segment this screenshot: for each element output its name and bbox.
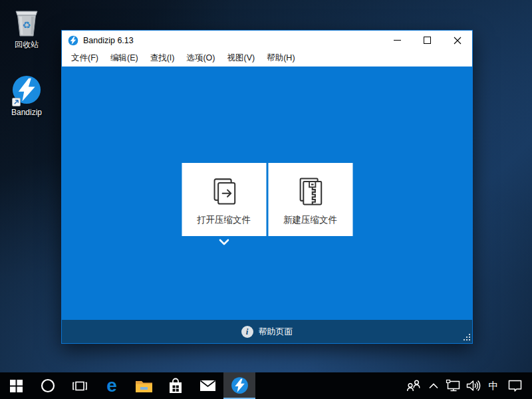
info-icon: i	[241, 326, 253, 338]
resize-grip[interactable]	[462, 333, 471, 342]
window-title: Bandizip 6.13	[83, 36, 382, 45]
minimize-icon	[394, 37, 401, 44]
help-bar-label: 帮助页面	[259, 326, 293, 338]
action-button-label: 打开压缩文件	[197, 214, 251, 226]
desktop-icon-label: Bandizip	[1, 108, 53, 117]
task-view-button[interactable]	[64, 372, 96, 399]
edge-button[interactable]: e	[96, 372, 128, 399]
show-hidden-icons-button[interactable]	[424, 372, 443, 399]
start-button[interactable]	[0, 372, 32, 399]
system-tray: 中	[403, 372, 532, 399]
minimize-button[interactable]	[382, 31, 412, 50]
cortana-circle-icon	[41, 378, 55, 393]
svg-text:e: e	[106, 376, 117, 395]
action-button-row: 打开压缩文件 新建压缩文件	[182, 163, 352, 236]
svg-text:♻: ♻	[22, 19, 31, 31]
action-center-button[interactable]	[503, 372, 527, 399]
menu-file[interactable]: 文件(F)	[65, 51, 104, 66]
people-button[interactable]	[403, 372, 424, 399]
maximize-button[interactable]	[412, 31, 442, 50]
taskbar: e	[0, 372, 532, 399]
menu-help[interactable]: 帮助(H)	[261, 51, 301, 66]
windows-logo-icon	[10, 380, 23, 392]
desktop-icon-bandizip[interactable]: Bandizip	[1, 73, 53, 117]
desktop-icon-recycle-bin[interactable]: ♻ 回收站	[1, 5, 53, 49]
open-archive-button[interactable]: 打开压缩文件	[182, 163, 266, 236]
menu-options[interactable]: 选项(O)	[180, 51, 221, 66]
volume-icon	[466, 379, 481, 392]
menu-view[interactable]: 视图(V)	[221, 51, 261, 66]
task-view-icon	[72, 380, 88, 392]
action-center-icon	[507, 379, 523, 392]
close-icon	[454, 37, 462, 45]
bandizip-logo-icon	[68, 35, 78, 46]
bandizip-logo-icon	[231, 376, 249, 394]
people-icon	[406, 379, 422, 392]
edge-icon: e	[102, 376, 121, 395]
menu-edit[interactable]: 编辑(E)	[104, 51, 144, 66]
file-explorer-button[interactable]	[128, 372, 160, 399]
taskbar-left: e	[0, 372, 255, 399]
shortcut-arrow-icon	[12, 98, 21, 106]
chevron-down-icon[interactable]	[218, 239, 229, 245]
folder-icon	[135, 379, 153, 393]
open-archive-icon	[207, 174, 241, 208]
network-button[interactable]	[443, 372, 463, 399]
main-content: 打开压缩文件 新建压缩文件	[62, 66, 472, 320]
close-button[interactable]	[442, 31, 472, 50]
action-button-label: 新建压缩文件	[283, 214, 337, 226]
recycle-bin-icon: ♻	[1, 5, 53, 37]
ime-indicator[interactable]: 中	[484, 372, 503, 399]
mail-envelope-icon	[200, 380, 216, 392]
maximize-icon	[424, 37, 431, 44]
menu-find[interactable]: 查找(I)	[144, 51, 181, 66]
store-button[interactable]	[160, 372, 192, 399]
chevron-up-icon	[428, 382, 439, 389]
help-bar[interactable]: i 帮助页面	[62, 320, 472, 343]
bandizip-logo-icon	[1, 73, 53, 105]
volume-button[interactable]	[463, 372, 484, 399]
new-archive-icon	[293, 174, 328, 208]
bandizip-taskbar-button[interactable]	[223, 372, 255, 399]
mail-button[interactable]	[192, 372, 223, 399]
title-bar[interactable]: Bandizip 6.13	[62, 31, 472, 50]
store-bag-icon	[168, 378, 184, 394]
cortana-button[interactable]	[32, 372, 64, 399]
network-icon	[446, 379, 461, 392]
menu-bar: 文件(F) 编辑(E) 查找(I) 选项(O) 视图(V) 帮助(H)	[62, 50, 472, 66]
new-archive-button[interactable]: 新建压缩文件	[268, 163, 352, 236]
bandizip-window: Bandizip 6.13 文件(F) 编辑(E) 查找(I) 选项(O) 视图…	[61, 30, 473, 344]
desktop-icon-label: 回收站	[1, 40, 53, 49]
